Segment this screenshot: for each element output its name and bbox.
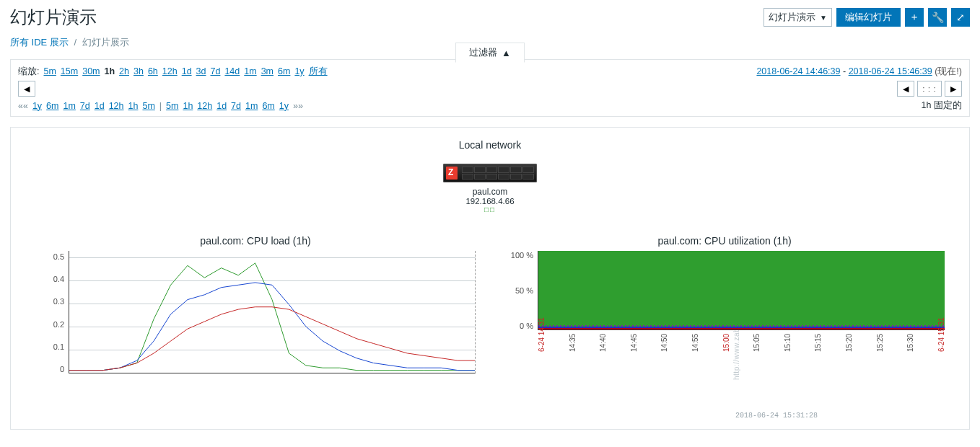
- wrench-icon: 🔧: [932, 12, 944, 23]
- shift-option[interactable]: 1m: [245, 101, 258, 111]
- date-from[interactable]: 2018-06-24 14:46:39: [756, 66, 840, 76]
- server-bays-icon: [462, 167, 534, 180]
- shift-option[interactable]: 1d: [216, 101, 227, 111]
- zoom-option-12h[interactable]: 12h: [162, 66, 178, 76]
- host-status: □□: [425, 205, 555, 213]
- shift-option[interactable]: 6m: [262, 101, 274, 111]
- filter-toggle-tab[interactable]: 过滤器 ▲: [455, 43, 525, 63]
- chevron-down-icon: ▼: [820, 14, 827, 22]
- breadcrumb-current: 幻灯片展示: [82, 37, 129, 48]
- zoom-option-30m[interactable]: 30m: [82, 66, 100, 76]
- shift-option[interactable]: 1d: [95, 101, 105, 111]
- edit-slideshow-button[interactable]: 编辑幻灯片: [836, 8, 901, 27]
- shift-option[interactable]: 5m: [166, 101, 178, 111]
- time-prev-button[interactable]: ◀: [18, 81, 35, 97]
- network-map-title: Local network: [18, 139, 962, 151]
- time-zoom-indicator: : : :: [917, 81, 942, 97]
- zabbix-logo-icon: Z: [448, 167, 453, 177]
- zoom-option-1m[interactable]: 1m: [244, 66, 256, 76]
- zoom-row: 缩放: 5m15m30m1h2h3h6h12h1d3d7d14d1m3m6m1y…: [18, 66, 962, 78]
- server-icon: Z: [443, 164, 537, 182]
- config-button[interactable]: 🔧: [928, 8, 947, 27]
- time-zoomout-prev-button[interactable]: ◀: [897, 81, 914, 97]
- ytick: 100 %: [511, 251, 533, 260]
- chevron-left-icon: ◀: [903, 84, 909, 94]
- xtick: 14:45: [630, 345, 638, 352]
- slideshow-dropdown[interactable]: 幻灯片演示 ▼: [764, 8, 832, 27]
- time-nav-row: ◀ ◀ : : : ▶: [18, 81, 962, 97]
- xtick: 14:50: [660, 345, 668, 352]
- zoom-option-15m[interactable]: 15m: [61, 66, 78, 76]
- content-panel: Local network Z paul.com 192.168.4.66 □□…: [10, 127, 970, 430]
- shift-option[interactable]: 1y: [32, 101, 42, 111]
- zoom-option-1h[interactable]: 1h: [105, 66, 115, 76]
- cpu-util-chart: paul.com: CPU utilization (1h) 100 %50 %…: [504, 235, 945, 373]
- date-to[interactable]: 2018-06-24 15:46:39: [849, 66, 932, 76]
- zoom-option-2h[interactable]: 2h: [119, 66, 129, 76]
- shift-option[interactable]: 5m: [142, 101, 154, 111]
- zoom-options: 缩放: 5m15m30m1h2h3h6h12h1d3d7d14d1m3m6m1y…: [18, 66, 328, 78]
- xtick: 15:30: [906, 345, 914, 352]
- cpu-load-yaxis: 0.50.40.30.20.10: [35, 251, 69, 373]
- host-block[interactable]: Z paul.com 192.168.4.66 □□: [425, 164, 555, 213]
- shift-option[interactable]: 1m: [63, 101, 75, 111]
- cpu-util-area: 100 %50 %0 %: [504, 251, 945, 330]
- series-5m: [69, 283, 475, 371]
- ytick: 0.2: [53, 320, 64, 329]
- zoom-option-3m[interactable]: 3m: [261, 66, 274, 76]
- page-title: 幻灯片演示: [10, 6, 97, 29]
- cpu-load-title: paul.com: CPU load (1h): [35, 235, 476, 247]
- host-name: paul.com: [425, 187, 555, 197]
- ytick: 0: [60, 365, 64, 373]
- zoom-option-3d[interactable]: 3d: [196, 66, 206, 76]
- filter-box: 过滤器 ▲ 缩放: 5m15m30m1h2h3h6h12h1d3d7d14d1m…: [10, 59, 970, 117]
- shift-first-icon[interactable]: ««: [18, 101, 28, 111]
- host-ip: 192.168.4.66: [425, 197, 555, 205]
- xtick: 14:35: [569, 345, 577, 352]
- breadcrumb-root[interactable]: 所有 IDE 展示: [10, 37, 69, 48]
- zoom-option-6h[interactable]: 6h: [148, 66, 158, 76]
- fullscreen-button[interactable]: ⤢: [951, 8, 970, 27]
- shift-options: ««1y6m1m7d1d12h1h5m|5m1h12h1d7d1m6m1y»»: [18, 101, 303, 111]
- filter-tab-label: 过滤器: [469, 46, 497, 59]
- chevron-left-icon: ◀: [24, 84, 30, 94]
- breadcrumb-sep: /: [71, 37, 80, 48]
- zoom-label: 缩放:: [18, 66, 39, 78]
- zoom-option-7d[interactable]: 7d: [211, 66, 221, 76]
- xtick: 15:10: [784, 345, 792, 352]
- xtick-start: 6-24 14:31: [538, 345, 546, 352]
- shift-option[interactable]: 12h: [109, 101, 124, 111]
- zoom-option-6m[interactable]: 6m: [278, 66, 290, 76]
- zoom-option-1y[interactable]: 1y: [294, 66, 304, 76]
- ytick: 0 %: [520, 322, 533, 330]
- now-label: (现在!): [935, 66, 962, 76]
- xtick: 15:05: [753, 345, 761, 352]
- zoom-option-14d[interactable]: 14d: [224, 66, 240, 76]
- xtick-end: 6-24 15:31: [937, 345, 945, 352]
- shift-last-icon[interactable]: »»: [293, 101, 303, 111]
- shift-option[interactable]: 1y: [279, 101, 289, 111]
- shift-option[interactable]: 6m: [46, 101, 58, 111]
- xtick: 15:25: [876, 345, 884, 352]
- fixed-label: 1h 固定的: [922, 99, 962, 112]
- shift-option[interactable]: 12h: [197, 101, 212, 111]
- zoom-option-1d[interactable]: 1d: [182, 66, 192, 76]
- time-next-button[interactable]: ▶: [945, 81, 962, 97]
- generation-timestamp: 2018-06-24 15:31:28: [735, 412, 818, 420]
- ytick: 50 %: [515, 286, 533, 295]
- shift-option[interactable]: 7d: [80, 101, 90, 111]
- xtick: 15:00: [722, 345, 730, 352]
- xtick: 14:55: [691, 345, 699, 352]
- zoom-option-5m[interactable]: 5m: [43, 66, 56, 76]
- ytick: 0.4: [53, 275, 64, 283]
- shift-option[interactable]: 7d: [231, 101, 241, 111]
- shift-option[interactable]: 1h: [128, 101, 139, 111]
- zoom-option-3h[interactable]: 3h: [134, 66, 144, 76]
- zoom-option-所有[interactable]: 所有: [309, 66, 328, 78]
- shift-option[interactable]: 1h: [183, 101, 193, 111]
- add-button[interactable]: ＋: [905, 8, 924, 27]
- charts-row: paul.com: CPU load (1h) 0.50.40.30.20.10…: [18, 235, 962, 373]
- xtick: 15:15: [814, 345, 822, 352]
- shift-divider: |: [159, 101, 162, 111]
- xtick: 14:40: [599, 345, 607, 352]
